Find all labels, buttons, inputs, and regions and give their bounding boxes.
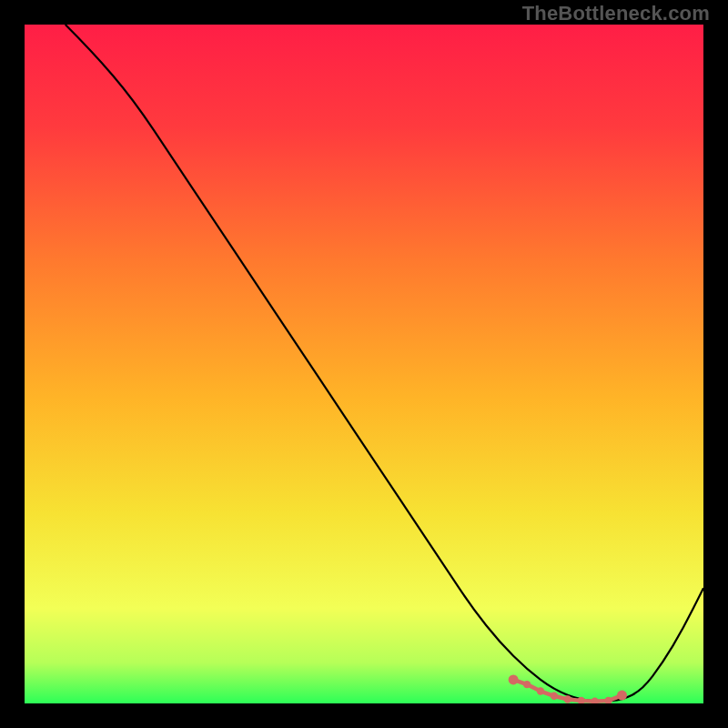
chart-frame	[25, 25, 703, 703]
optimal-point	[564, 695, 571, 703]
optimal-point	[537, 687, 544, 694]
gradient-background	[25, 25, 703, 703]
optimal-point	[509, 674, 519, 684]
optimal-point	[523, 681, 531, 688]
optimal-point	[617, 691, 627, 701]
optimal-point	[551, 693, 558, 700]
watermark-text: TheBottleneck.com	[522, 2, 710, 25]
bottleneck-chart	[25, 25, 703, 703]
